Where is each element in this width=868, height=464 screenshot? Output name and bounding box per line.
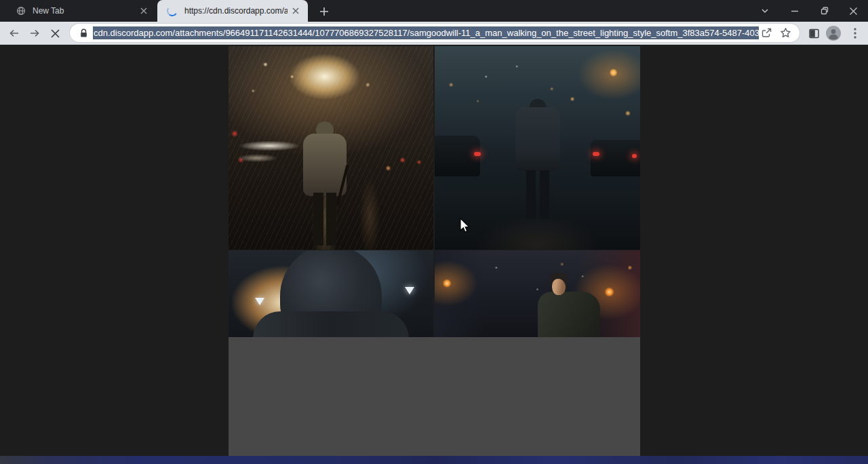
tab-close-icon[interactable] <box>138 5 149 16</box>
close-button[interactable] <box>838 0 868 22</box>
back-icon <box>8 27 20 39</box>
image-tile-alley-portrait[interactable] <box>435 250 640 337</box>
side-panel-icon <box>808 28 820 39</box>
taillight <box>474 152 481 156</box>
image-tile-rainy-street[interactable] <box>229 46 433 250</box>
hooded-figure <box>253 311 409 337</box>
bookmark-button[interactable] <box>778 26 793 41</box>
figure-silhouette <box>538 292 600 337</box>
share-button[interactable] <box>759 26 774 41</box>
restore-icon <box>820 6 829 16</box>
tab-title: https://cdn.discordapp.com/atta <box>184 6 288 16</box>
avatar-icon <box>825 25 842 41</box>
tab-close-icon[interactable] <box>290 5 301 16</box>
forward-button[interactable] <box>26 25 43 41</box>
chevron-down-icon <box>760 6 770 16</box>
tab-strip: New Tab https://cdn.discordapp.com/atta <box>0 0 868 22</box>
kebab-menu-icon <box>854 28 856 39</box>
image-grid <box>229 46 640 456</box>
content-area <box>0 45 868 464</box>
figure-face <box>552 279 566 295</box>
profile-button[interactable] <box>825 24 842 42</box>
new-tab-button[interactable] <box>316 3 332 20</box>
lock-icon[interactable] <box>78 28 89 39</box>
image-loading-placeholder <box>229 337 640 457</box>
figure-silhouette <box>313 193 336 246</box>
stop-icon <box>50 28 60 39</box>
tab-search-button[interactable] <box>750 0 780 22</box>
back-button[interactable] <box>6 25 22 41</box>
mouse-cursor <box>460 218 471 234</box>
figure-silhouette <box>526 170 549 219</box>
street-lamp <box>255 298 264 305</box>
plus-icon <box>319 7 329 16</box>
tab-active[interactable]: https://cdn.discordapp.com/atta <box>157 0 308 22</box>
bottom-bar <box>0 456 868 464</box>
globe-icon <box>16 6 26 16</box>
street-lamp <box>405 287 414 294</box>
url-text[interactable]: cdn.discordapp.com/attachments/966491171… <box>93 26 759 39</box>
tab-new-tab[interactable]: New Tab <box>5 0 156 22</box>
tab-title: New Tab <box>33 6 136 16</box>
restore-button[interactable] <box>810 0 840 22</box>
spinner-icon <box>166 5 179 18</box>
stop-button[interactable] <box>47 25 63 41</box>
minimize-button[interactable] <box>780 0 810 22</box>
figure-silhouette <box>515 107 560 171</box>
toolbar: cdn.discordapp.com/attachments/966491171… <box>0 22 868 45</box>
car-silhouette <box>435 136 480 176</box>
taillight <box>593 152 599 156</box>
address-bar[interactable]: cdn.discordapp.com/attachments/966491171… <box>70 24 800 42</box>
side-panel-button[interactable] <box>805 24 823 42</box>
image-tile-hooded-closeup[interactable] <box>229 250 433 337</box>
star-icon <box>780 27 791 39</box>
taillight <box>632 154 637 158</box>
menu-button[interactable] <box>846 24 864 42</box>
car-silhouette <box>591 140 640 176</box>
close-icon <box>849 7 858 16</box>
share-icon <box>761 27 772 39</box>
forward-icon <box>28 27 41 39</box>
minimize-icon <box>790 6 800 16</box>
